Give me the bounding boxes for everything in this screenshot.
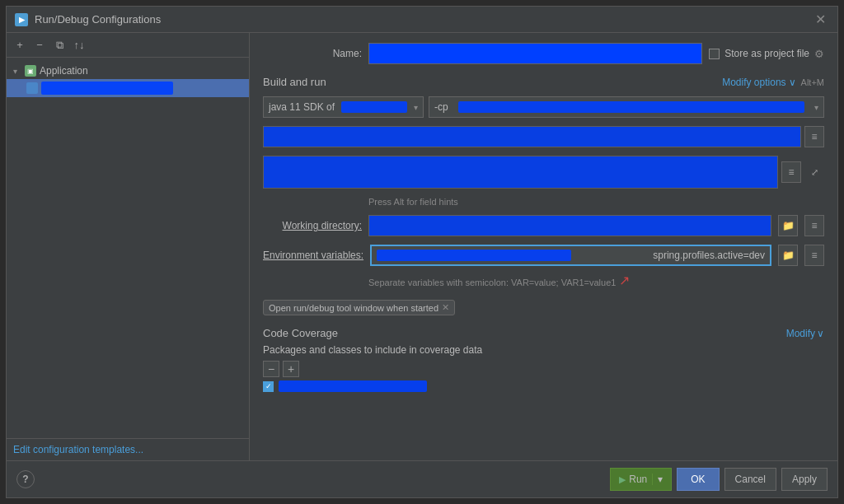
env-vars-blurred <box>377 250 570 261</box>
tree-expand-arrow: ▾ <box>13 67 21 76</box>
move-config-button[interactable]: ↑↓ <box>71 37 87 54</box>
coverage-item-checkbox[interactable]: ✓ <box>263 381 274 392</box>
coverage-subtitle: Packages and classes to include in cover… <box>263 344 824 356</box>
tree-group-header[interactable]: ▾ ▣ Application <box>7 63 249 79</box>
cp-dropdown-arrow: ▾ <box>814 103 818 112</box>
tree-item-config[interactable] <box>7 79 249 97</box>
footer-left: ? <box>16 470 35 488</box>
run-play-icon: ▶ <box>619 474 626 485</box>
run-button[interactable]: ▶ Run ▾ <box>610 468 672 491</box>
ok-button[interactable]: OK <box>677 468 719 491</box>
coverage-modify-link[interactable]: Modify ∨ <box>786 328 824 339</box>
dialog-footer: ? ▶ Run ▾ OK Cancel Apply <box>7 460 837 497</box>
sidebar-toolbar: + − ⧉ ↑↓ <box>7 33 249 58</box>
title-bar-left: ▶ Run/Debug Configurations <box>15 13 161 26</box>
program-args-field[interactable] <box>263 156 778 189</box>
run-button-main: ▶ Run <box>619 474 653 485</box>
name-label: Name: <box>263 48 362 59</box>
add-config-button[interactable]: + <box>12 37 28 54</box>
modify-options-row: Modify options ∨ Alt+M <box>722 77 824 88</box>
title-bar: ▶ Run/Debug Configurations ✕ <box>7 7 837 33</box>
env-vars-row: Environment variables: spring.profiles.a… <box>263 245 824 266</box>
working-dir-row: Working directory: 📁 ≡ <box>263 215 824 236</box>
main-class-field[interactable] <box>263 126 801 147</box>
program-args-row: ≡ ⤢ <box>263 156 824 189</box>
name-row: Name: Store as project file ⚙ <box>263 43 824 64</box>
dialog-title: Run/Debug Configurations <box>35 13 161 26</box>
modify-options-link[interactable]: Modify options ∨ <box>722 77 795 88</box>
sdk-dropdown-arrow: ▾ <box>414 103 418 112</box>
coverage-item-row: ✓ <box>263 380 824 392</box>
working-dir-label: Working directory: <box>263 220 362 231</box>
run-label: Run <box>629 474 647 485</box>
sidebar: + − ⧉ ↑↓ ▾ ▣ Application <box>7 33 250 460</box>
config-name-blurred <box>41 82 173 95</box>
coverage-controls: − + <box>263 361 824 377</box>
sidebar-bottom: Edit configuration templates... <box>7 438 249 460</box>
cancel-button[interactable]: Cancel <box>724 468 776 491</box>
env-hint-arrow-icon: ↗ <box>619 273 630 288</box>
remove-config-button[interactable]: − <box>31 37 48 54</box>
working-dir-folder-btn[interactable]: 📁 <box>778 215 798 236</box>
config-panel: Name: Store as project file ⚙ Build and … <box>250 33 837 460</box>
store-project-checkbox[interactable] <box>709 49 720 59</box>
alt-hint: Press Alt for field hints <box>263 197 824 207</box>
tree-group-label: Application <box>40 65 88 77</box>
main-content: + − ⧉ ↑↓ ▾ ▣ Application <box>7 33 837 460</box>
open-window-chip-close[interactable]: ✕ <box>442 302 449 313</box>
config-item-icon <box>26 82 38 94</box>
close-button[interactable]: ✕ <box>812 12 829 28</box>
build-run-title: Build and run <box>263 76 326 88</box>
coverage-add-btn[interactable]: + <box>283 361 299 377</box>
config-tree: ▾ ▣ Application <box>7 58 249 438</box>
apply-button[interactable]: Apply <box>781 468 828 491</box>
application-icon: ▣ <box>25 65 36 77</box>
sdk-dropdown[interactable]: java 11 SDK of ▾ <box>263 96 424 118</box>
name-field-row: Name: <box>263 43 702 64</box>
cp-dropdown[interactable]: -cp ▾ <box>429 96 824 118</box>
copy-config-button[interactable]: ⧉ <box>51 37 68 54</box>
env-vars-label: Environment variables: <box>263 250 363 261</box>
coverage-title: Code Coverage <box>263 327 338 339</box>
edit-templates-link[interactable]: Edit configuration templates... <box>13 444 143 455</box>
env-vars-browse-btn[interactable]: ≡ <box>804 245 824 266</box>
open-window-chip: Open run/debug tool window when started … <box>263 300 455 315</box>
program-args-expand-btn[interactable]: ⤢ <box>804 162 824 182</box>
store-project-settings-icon[interactable]: ⚙ <box>814 48 824 60</box>
main-class-browse-btn[interactable]: ≡ <box>804 126 824 147</box>
store-project-label: Store as project file <box>724 48 809 59</box>
sdk-prefix: java 11 SDK of <box>269 101 335 113</box>
run-dropdown-arrow[interactable]: ▾ <box>653 474 663 485</box>
name-input[interactable] <box>368 43 702 64</box>
run-debug-dialog: ▶ Run/Debug Configurations ✕ + − ⧉ ↑↓ ▾ … <box>6 6 838 498</box>
sdk-cp-row: java 11 SDK of ▾ -cp ▾ <box>263 96 824 118</box>
main-class-row: ≡ <box>263 126 824 147</box>
help-button[interactable]: ? <box>16 470 35 488</box>
working-dir-browse-btn[interactable]: ≡ <box>804 215 824 236</box>
env-vars-field[interactable]: spring.profiles.active=dev <box>370 245 771 266</box>
coverage-header: Code Coverage Modify ∨ <box>263 327 824 339</box>
footer-right: ▶ Run ▾ OK Cancel Apply <box>610 468 828 491</box>
sdk-value-blurred <box>341 101 407 113</box>
env-vars-folder-btn[interactable]: 📁 <box>778 245 798 266</box>
tree-group-application: ▾ ▣ Application <box>7 61 249 99</box>
env-hint-row: Separate variables with semicolon: VAR=v… <box>263 274 824 290</box>
open-window-row: Open run/debug tool window when started … <box>263 300 824 315</box>
tree-item-label <box>41 82 173 95</box>
app-icon: ▶ <box>15 13 28 26</box>
cp-prefix: -cp <box>434 101 448 113</box>
coverage-item-blurred <box>279 380 427 392</box>
env-vars-spring-profile: spring.profiles.active=dev <box>653 250 765 261</box>
cp-value-blurred <box>458 101 804 113</box>
coverage-remove-btn[interactable]: − <box>263 361 279 377</box>
modify-options-shortcut: Alt+M <box>801 77 824 87</box>
working-dir-field[interactable] <box>368 215 771 236</box>
env-hint-text: Separate variables with semicolon: VAR=v… <box>368 278 616 287</box>
open-window-chip-label: Open run/debug tool window when started <box>269 303 438 313</box>
coverage-section: Code Coverage Modify ∨ Packages and clas… <box>263 327 824 392</box>
store-project-row: Store as project file ⚙ <box>709 48 824 60</box>
program-args-browse-btn[interactable]: ≡ <box>781 161 801 183</box>
build-run-section-header: Build and run Modify options ∨ Alt+M <box>263 76 824 88</box>
